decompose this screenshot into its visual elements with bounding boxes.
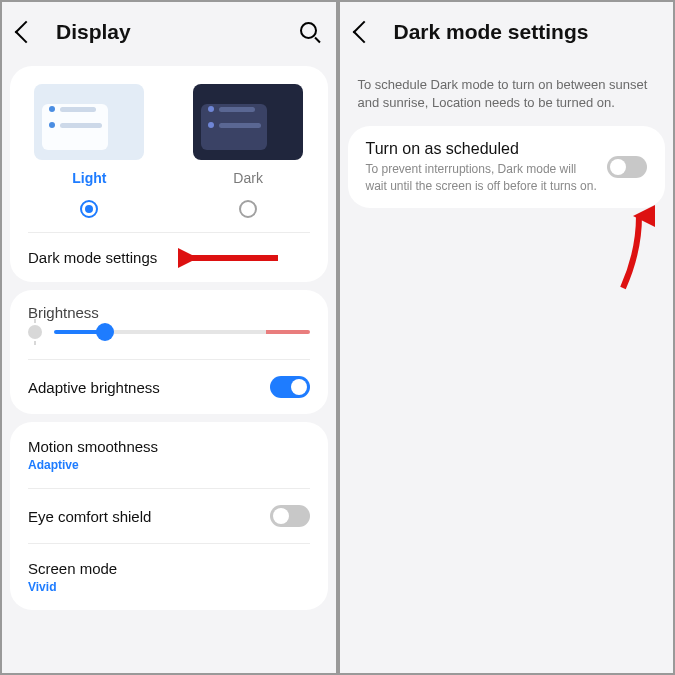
page-title: Dark mode settings <box>394 20 589 44</box>
theme-preview-dark <box>193 84 303 160</box>
turn-on-scheduled-title: Turn on as scheduled <box>366 140 598 158</box>
motion-smoothness-row[interactable]: Motion smoothness Adaptive <box>10 422 328 488</box>
display-options-card: Motion smoothness Adaptive Eye comfort s… <box>10 422 328 610</box>
eye-comfort-label: Eye comfort shield <box>28 508 151 525</box>
theme-preview-light <box>34 84 144 160</box>
brightness-slider-row <box>10 325 328 359</box>
description-text: To schedule Dark mode to turn on between… <box>340 62 674 126</box>
header: Display <box>2 2 336 62</box>
screen-mode-row[interactable]: Screen mode Vivid <box>10 544 328 610</box>
adaptive-brightness-row[interactable]: Adaptive brightness <box>10 360 328 414</box>
adaptive-brightness-toggle[interactable] <box>270 376 310 398</box>
radio-dark[interactable] <box>239 200 257 218</box>
turn-on-scheduled-row[interactable]: Turn on as scheduled To prevent interrup… <box>348 126 666 207</box>
theme-row: Light Dark <box>10 66 328 232</box>
motion-smoothness-value: Adaptive <box>28 458 79 472</box>
brightness-slider[interactable] <box>54 330 310 334</box>
adaptive-brightness-label: Adaptive brightness <box>28 379 160 396</box>
back-icon[interactable] <box>352 21 375 44</box>
screen-mode-value: Vivid <box>28 580 56 594</box>
dark-mode-settings-row[interactable]: Dark mode settings <box>10 233 328 282</box>
theme-option-light[interactable]: Light <box>10 84 169 232</box>
motion-smoothness-label: Motion smoothness <box>28 438 158 455</box>
turn-on-scheduled-subtitle: To prevent interruptions, Dark mode will… <box>366 161 598 193</box>
theme-label-dark: Dark <box>233 170 263 186</box>
dark-mode-settings-label: Dark mode settings <box>28 249 157 266</box>
eye-comfort-toggle[interactable] <box>270 505 310 527</box>
arrow-annotation-icon <box>178 243 278 273</box>
search-icon[interactable] <box>300 22 320 42</box>
dark-mode-settings-panel: Dark mode settings To schedule Dark mode… <box>338 0 676 675</box>
screen-mode-label: Screen mode <box>28 560 117 577</box>
theme-option-dark[interactable]: Dark <box>169 84 328 232</box>
page-title: Display <box>56 20 131 44</box>
brightness-slider-thumb[interactable] <box>96 323 114 341</box>
radio-light[interactable] <box>80 200 98 218</box>
arrow-annotation-icon <box>605 202 655 296</box>
theme-card: Light Dark Dark mode settings <box>10 66 328 282</box>
back-icon[interactable] <box>15 21 38 44</box>
header: Dark mode settings <box>340 2 674 62</box>
display-settings-panel: Display Light Dark Dark mode settings <box>0 0 338 675</box>
turn-on-scheduled-toggle[interactable] <box>607 156 647 178</box>
brightness-card: Brightness Adaptive brightness <box>10 290 328 414</box>
brightness-label: Brightness <box>10 290 328 325</box>
eye-comfort-row[interactable]: Eye comfort shield <box>10 489 328 543</box>
brightness-low-icon <box>28 325 42 339</box>
theme-label-light: Light <box>72 170 106 186</box>
